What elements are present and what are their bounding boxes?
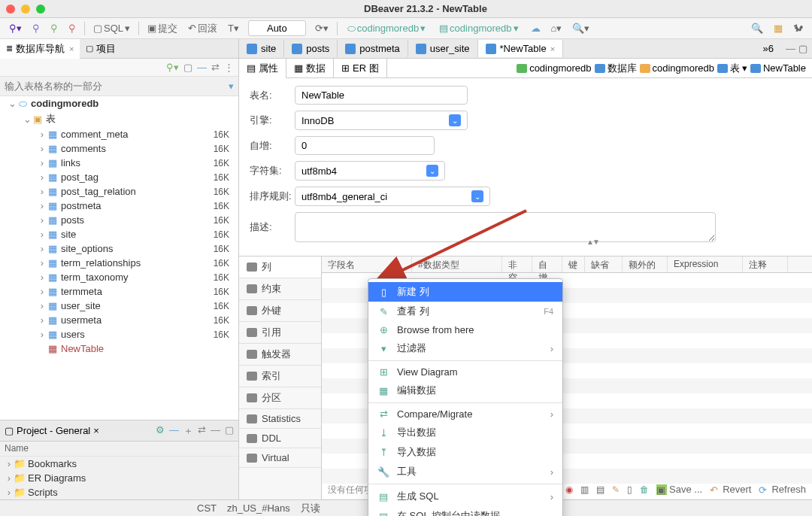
grid-column-header[interactable]: 非空 [502, 256, 532, 272]
plug-icon[interactable]: ⚲ [28, 21, 44, 35]
menu-filter[interactable]: ▾过滤器› [368, 338, 562, 358]
structure-tab[interactable]: 约束 [239, 278, 321, 300]
record-icon[interactable]: ◉ [565, 484, 573, 495]
structure-tab[interactable]: 触发器 [239, 344, 321, 366]
connect-mini-icon[interactable]: ⚲▾ [166, 62, 179, 73]
rollback-button[interactable]: ↶回滚 [183, 20, 222, 37]
tab-navigator[interactable]: ≣数据库导航× [0, 39, 80, 59]
tab-project[interactable]: ▢项目 [80, 39, 122, 59]
collation-select[interactable]: utf8mb4_general_ci⌄ [295, 187, 490, 206]
menu-view-column[interactable]: ✎查看 列F4 [368, 302, 562, 321]
tree-table-item[interactable]: ›▦users16K [0, 327, 238, 341]
tree-table-item[interactable]: ›▦site_options16K [0, 241, 238, 256]
filter-icon[interactable] [229, 80, 234, 92]
menu-export[interactable]: ⤓导出数据 [368, 423, 562, 442]
plug3-icon[interactable]: ⚲ [64, 21, 80, 35]
tree-table-item[interactable]: ›▦term_taxonomy16K [0, 270, 238, 284]
close-icon[interactable]: × [550, 44, 555, 53]
structure-tab[interactable]: 分区 [239, 387, 321, 409]
maximize-panel-icon[interactable]: ▢ [798, 43, 807, 54]
autoinc-input[interactable] [295, 136, 435, 155]
grid-column-header[interactable]: 键 [562, 256, 585, 272]
search-input[interactable] [5, 80, 229, 92]
tree-table-item[interactable]: ›▦posts16K [0, 213, 238, 227]
edit-icon[interactable]: ✎ [612, 484, 620, 495]
commit-button[interactable]: ▣提交 [143, 20, 182, 37]
new-connection-icon[interactable]: ⚲▾ [5, 21, 26, 35]
plug2-icon[interactable]: ⚲ [46, 21, 62, 35]
tree-table-item[interactable]: ›▦postmeta16K [0, 199, 238, 213]
tree-table-item[interactable]: ›▦user_site16K [0, 299, 238, 313]
crumb-folder[interactable]: 数据库 [595, 62, 637, 75]
menu-compare[interactable]: ⇄Compare/Migrate› [368, 405, 562, 423]
grid-column-header[interactable]: 注释 [743, 256, 788, 272]
editor-tab[interactable]: *NewTable× [478, 40, 564, 57]
project-item[interactable]: ›📁ER Diagrams [0, 471, 238, 485]
editor-tab[interactable]: posts [284, 40, 338, 57]
subtab-er[interactable]: ⊞ER 图 [334, 59, 387, 78]
plus-icon[interactable]: ＋ [183, 424, 193, 438]
grid-column-header[interactable]: 自增 [532, 256, 562, 272]
charset-select[interactable]: utf8mb4⌄ [295, 161, 445, 181]
editor-tab[interactable]: user_site [408, 40, 478, 57]
avatar-icon[interactable]: 🐿 [789, 21, 807, 35]
tree-table-item[interactable]: ›▦links16K [0, 156, 238, 170]
tree-table-item[interactable]: ›▦post_tag_relation16K [0, 184, 238, 199]
db-crumb-2[interactable]: ▤ codingmoredb ▾ [435, 21, 523, 35]
overflow-tab[interactable]: »6 [756, 40, 781, 57]
minus-icon[interactable]: — [169, 424, 179, 438]
revert-button[interactable]: ↶Revert [710, 484, 751, 495]
collapse-icon[interactable]: ▲▼ [586, 238, 598, 246]
tree-table-item[interactable]: ›▦comments16K [0, 141, 238, 156]
close-icon[interactable]: × [69, 44, 74, 53]
cloud-icon[interactable]: ☁ [526, 21, 545, 35]
close-icon[interactable]: × [93, 425, 99, 436]
subtab-data[interactable]: ▦数据 [286, 59, 334, 78]
grid-column-header[interactable]: 字段名 [322, 256, 412, 272]
editor-tab[interactable]: postmeta [338, 40, 408, 57]
project-item[interactable]: ›📁Bookmarks [0, 457, 238, 471]
crumb-db2[interactable]: codingmoredb [640, 62, 714, 74]
menu-read-sql[interactable]: ▤在 SQL 控制台中读数据 [368, 506, 562, 516]
tree-table-item[interactable]: ›▦site16K [0, 227, 238, 241]
grid-column-header[interactable]: 缺省 [585, 256, 623, 272]
menu-new-column[interactable]: ▯新建 列 [368, 282, 562, 302]
perspective-icon[interactable]: ▦ [769, 21, 787, 35]
structure-tab[interactable]: 索引 [239, 366, 321, 387]
menu-icon[interactable]: ▯ [627, 484, 632, 495]
maximize-window-icon[interactable] [36, 5, 45, 14]
crumb-tables[interactable]: 表▾ [717, 62, 747, 75]
grid-column-header[interactable]: #数据类型 [412, 256, 502, 272]
grid-column-header[interactable]: 额外的 [623, 256, 668, 272]
structure-tab[interactable]: 列 [239, 256, 321, 278]
tree-table-item[interactable]: ›▦termmeta16K [0, 284, 238, 299]
tree-table-item[interactable]: ›▦post_tag16K [0, 170, 238, 184]
max-panel-icon[interactable]: ▢ [225, 424, 234, 438]
link-mini-icon[interactable]: ⇄ [211, 62, 220, 73]
min-panel-icon[interactable]: — [211, 424, 220, 438]
tree-db-root[interactable]: ⌄⬭codingmoredb [0, 96, 238, 111]
layout1-icon[interactable]: ▥ [580, 484, 589, 495]
history-icon[interactable]: ⟳▾ [311, 21, 333, 35]
link2-icon[interactable]: ⇄ [198, 424, 206, 438]
gear-icon[interactable]: ⚙ [156, 424, 165, 438]
minimize-window-icon[interactable] [21, 5, 30, 14]
home-icon[interactable]: ⌂▾ [547, 21, 567, 35]
db-crumb-1[interactable]: ⬭ codingmoredb ▾ [343, 21, 430, 36]
menu-view-diagram[interactable]: ⊞View Diagram [368, 363, 562, 381]
tx-icon[interactable]: T▾ [223, 21, 244, 35]
structure-tab[interactable]: Virtual [239, 448, 321, 468]
search-global-icon[interactable]: 🔍 [747, 21, 768, 35]
project-item[interactable]: ›📁Scripts [0, 485, 238, 499]
structure-tab[interactable]: 外键 [239, 300, 321, 322]
dash-mini-icon[interactable]: — [197, 62, 207, 73]
tree-tables-node[interactable]: ⌄▣表 [0, 111, 238, 127]
menu-import[interactable]: ⤒导入数据 [368, 442, 562, 462]
structure-tab[interactable]: 引用 [239, 322, 321, 344]
menu-mini-icon[interactable]: ⋮ [224, 62, 234, 73]
tx-mode-select[interactable]: Auto [248, 20, 306, 36]
minimize-panel-icon[interactable]: — [786, 43, 795, 54]
structure-tab[interactable]: Statistics [239, 409, 321, 429]
menu-browse[interactable]: ⊕Browse from here [368, 321, 562, 338]
desc-input[interactable] [295, 212, 716, 242]
